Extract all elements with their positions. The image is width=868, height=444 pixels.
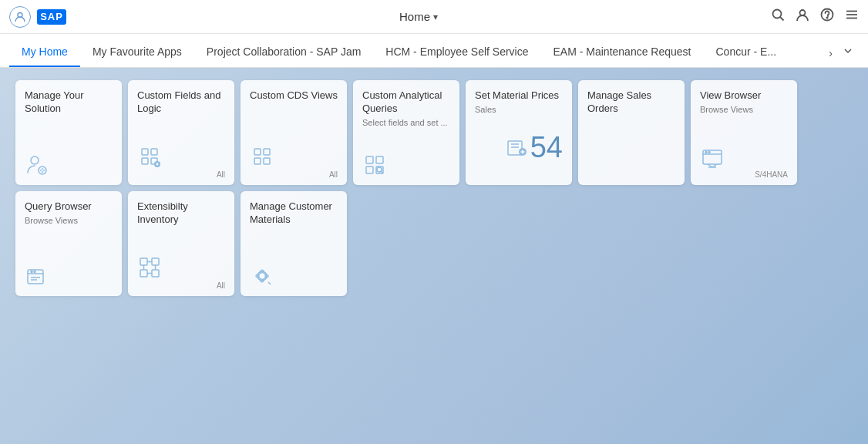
tile-title-extensibility-inventory: Extensibilty Inventory xyxy=(137,200,225,227)
tile-subtitle-set-material-prices: Sales xyxy=(475,104,563,115)
tile-manage-customer-materials[interactable]: Manage Customer Materials xyxy=(241,191,347,296)
material-prices-icon xyxy=(506,136,527,158)
svg-rect-27 xyxy=(376,156,383,163)
tile-icon-area-7 xyxy=(700,115,788,170)
svg-point-5 xyxy=(826,17,827,18)
svg-rect-53 xyxy=(140,270,147,277)
tile-footer-label-custom-fields: All xyxy=(217,170,225,179)
tile-icon-area-3 xyxy=(250,103,338,170)
tile-title-manage-your-solution: Manage Your Solution xyxy=(25,89,113,116)
svg-point-40 xyxy=(705,152,707,153)
sap-logo-text: SAP xyxy=(40,11,63,22)
extensibility-icon xyxy=(137,255,162,280)
main-content: Manage Your Solution Custom Fields and L… xyxy=(0,68,868,308)
svg-rect-17 xyxy=(142,158,148,164)
tile-custom-fields-and-logic[interactable]: Custom Fields and Logic All xyxy=(128,80,234,185)
tile-custom-cds-views[interactable]: Custom CDS Views All xyxy=(241,80,347,185)
svg-rect-54 xyxy=(152,270,159,277)
profile-icon[interactable] xyxy=(796,8,809,25)
tile-custom-analytical-queries[interactable]: Custom Analytical Queries Select fields … xyxy=(353,80,459,185)
tab-hcm-employee-self-service[interactable]: HCM - Employee Self Service xyxy=(373,38,540,67)
nav-overflow-icon[interactable] xyxy=(837,37,859,67)
svg-point-48 xyxy=(34,271,35,273)
tile-subtitle-view-browser: Browse Views xyxy=(700,104,788,115)
svg-line-2 xyxy=(780,17,784,21)
svg-rect-24 xyxy=(254,158,261,164)
tab-eam-maintenance-request[interactable]: EAM - Maintenance Request xyxy=(541,38,704,67)
svg-point-1 xyxy=(773,10,782,18)
custom-fields-icon xyxy=(137,144,162,169)
tile-badge-area: 54 xyxy=(475,115,563,179)
svg-rect-51 xyxy=(140,258,147,265)
home-chevron-icon: ▾ xyxy=(433,12,438,22)
menu-icon[interactable] xyxy=(845,8,859,25)
tab-project-collaboration-sap-jam[interactable]: Project Collaboration - SAP Jam xyxy=(194,38,374,67)
user-settings-icon xyxy=(25,153,49,177)
search-icon[interactable] xyxy=(771,8,785,25)
tile-title-query-browser: Query Browser xyxy=(25,200,113,214)
header-actions xyxy=(771,8,859,25)
svg-rect-28 xyxy=(366,166,373,173)
tile-view-browser[interactable]: View Browser Browse Views S/4HANA xyxy=(691,80,797,185)
sap-logo: SAP xyxy=(37,9,66,25)
nav-scroll-right-icon[interactable]: › xyxy=(824,39,837,67)
svg-rect-16 xyxy=(151,149,157,155)
svg-point-10 xyxy=(39,166,46,174)
svg-rect-22 xyxy=(254,149,261,155)
tile-subtitle-query-browser: Browse Views xyxy=(25,215,113,226)
view-browser-icon xyxy=(700,144,725,169)
svg-point-47 xyxy=(31,271,32,273)
svg-rect-23 xyxy=(264,149,270,155)
help-icon[interactable] xyxy=(820,8,834,25)
svg-line-64 xyxy=(268,282,271,284)
tile-title-view-browser: View Browser xyxy=(700,89,788,103)
tile-icon-area-4 xyxy=(362,128,450,179)
tile-footer-view-browser: S/4HANA xyxy=(700,170,788,179)
svg-rect-25 xyxy=(264,158,270,164)
tile-icon-area xyxy=(25,116,113,179)
tile-icon-area-2 xyxy=(137,116,225,170)
tile-manage-your-solution[interactable]: Manage Your Solution xyxy=(15,80,122,185)
tile-extensibility-inventory[interactable]: Extensibilty Inventory All xyxy=(128,191,234,296)
home-label: Home xyxy=(399,10,430,23)
tile-footer-label-extensibility: All xyxy=(217,281,225,290)
customer-materials-icon xyxy=(250,264,274,288)
tile-icon-area-8 xyxy=(25,226,113,290)
tile-icon-area-10 xyxy=(250,227,338,290)
header: SAP Home ▾ xyxy=(0,0,868,34)
tile-title-custom-fields-and-logic: Custom Fields and Logic xyxy=(137,89,225,116)
nav-tabs: My Home My Favourite Apps Project Collab… xyxy=(0,34,868,68)
user-avatar-button[interactable] xyxy=(9,6,31,28)
tile-query-browser[interactable]: Query Browser Browse Views xyxy=(15,191,122,296)
tile-badge-54: 54 xyxy=(530,133,563,162)
tile-grid: Manage Your Solution Custom Fields and L… xyxy=(15,80,853,296)
svg-rect-52 xyxy=(152,258,159,265)
query-browser-icon xyxy=(25,264,49,288)
tile-title-custom-analytical-queries: Custom Analytical Queries xyxy=(362,89,450,116)
tab-concur[interactable]: Concur - E... xyxy=(704,38,789,67)
svg-point-9 xyxy=(31,156,39,164)
svg-rect-15 xyxy=(142,149,148,155)
tab-my-home[interactable]: My Home xyxy=(9,38,80,67)
tile-manage-sales-orders[interactable]: Manage Sales Orders xyxy=(578,80,685,185)
tile-icon-area-9 xyxy=(137,227,225,281)
tile-icon-area-6 xyxy=(587,116,675,179)
tab-my-favourite-apps[interactable]: My Favourite Apps xyxy=(80,38,194,67)
header-left: SAP xyxy=(9,6,66,28)
header-home-button[interactable]: Home ▾ xyxy=(66,10,771,23)
tile-title-set-material-prices: Set Material Prices xyxy=(475,89,563,103)
tile-set-material-prices[interactable]: Set Material Prices Sales 54 xyxy=(466,80,572,185)
svg-rect-26 xyxy=(366,156,373,163)
tile-title-manage-sales-orders: Manage Sales Orders xyxy=(587,89,675,116)
tile-title-manage-customer-materials: Manage Customer Materials xyxy=(250,200,338,227)
tile-footer-label-custom-cds: All xyxy=(329,170,338,179)
custom-analytical-icon xyxy=(362,153,387,177)
svg-point-41 xyxy=(708,152,710,153)
tile-title-custom-cds-views: Custom CDS Views xyxy=(250,89,338,103)
svg-point-3 xyxy=(800,10,806,15)
tile-subtitle-custom-analytical-queries: Select fields and set ... xyxy=(362,117,450,128)
custom-cds-icon xyxy=(250,144,274,169)
